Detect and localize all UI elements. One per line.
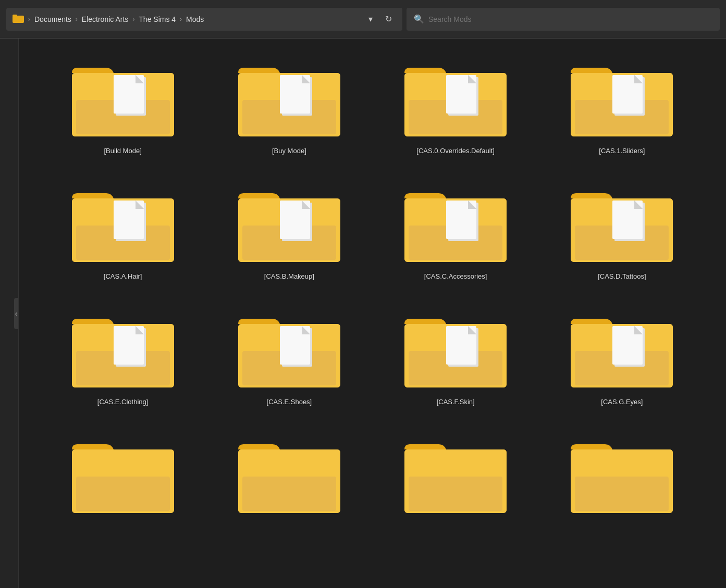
sidebar-collapse-handle[interactable] [14,298,18,329]
folder-label-cas-b-makeup: [CAS.B.Makeup] [264,272,314,280]
folder-icon-build-mode [71,58,175,142]
folder-label-build-mode: [Build Mode] [104,147,141,155]
folder-grid: [Build Mode] [Buy Mode] [45,54,700,528]
header-bar: › Documents › Electronic Arts › The Sims… [0,0,726,39]
folder-label-cas-g-eyes: [CAS.G.Eyes] [601,398,643,406]
folder-label-cas-d-tattoos: [CAS.D.Tattoos] [598,272,646,280]
folder-item-row4-4[interactable] [544,431,700,528]
separator-2: › [76,16,78,23]
folder-icon-cas-0-overrides-default [403,58,508,142]
address-controls: ▾ ↻ [364,12,396,26]
breadcrumb-mods[interactable]: Mods [186,15,204,23]
folder-item-cas-g-eyes[interactable]: [CAS.G.Eyes] [544,305,700,410]
search-input[interactable] [428,15,712,23]
folder-icon-row4-3 [403,435,508,518]
folder-item-buy-mode[interactable]: [Buy Mode] [211,54,367,159]
folder-item-cas-e-shoes[interactable]: [CAS.E.Shoes] [211,305,367,410]
folder-icon-cas-g-eyes [570,309,674,393]
separator-4: › [180,16,182,23]
folder-view: [Build Mode] [Buy Mode] [19,39,726,588]
folder-item-cas-1-sliders[interactable]: [CAS.1.Sliders] [544,54,700,159]
folder-item-cas-a-hair[interactable]: [CAS.A.Hair] [45,180,201,284]
search-bar: 🔍 [407,8,720,31]
folder-item-row4-3[interactable] [378,431,534,528]
folder-icon-cas-d-tattoos [570,184,674,267]
address-bar: › Documents › Electronic Arts › The Sims… [6,8,402,31]
svg-rect-0 [13,16,24,23]
separator-1: › [28,16,30,23]
folder-label-cas-0-overrides-default: [CAS.0.Overrides.Default] [416,147,495,155]
svg-rect-94 [409,477,502,511]
breadcrumb-electronic-arts[interactable]: Electronic Arts [82,15,128,23]
folder-label-cas-a-hair: [CAS.A.Hair] [104,272,142,280]
folder-item-cas-f-skin[interactable]: [CAS.F.Skin] [378,305,534,410]
separator-3: › [132,16,134,23]
folder-label-cas-1-sliders: [CAS.1.Sliders] [599,147,645,155]
breadcrumb-documents[interactable]: Documents [34,15,71,23]
folder-icon-cas-a-hair [71,184,175,267]
folder-item-cas-0-overrides-default[interactable]: [CAS.0.Overrides.Default] [378,54,534,159]
folder-icon [13,14,24,25]
folder-item-row4-2[interactable] [211,431,367,528]
svg-rect-91 [242,477,336,511]
breadcrumb-the-sims-4[interactable]: The Sims 4 [139,15,176,23]
sidebar [0,39,19,588]
folder-icon-cas-e-clothing [71,309,175,393]
folder-icon-cas-1-sliders [570,58,674,142]
folder-icon-row4-1 [71,435,175,518]
refresh-button[interactable]: ↻ [381,12,396,26]
folder-icon-buy-mode [237,58,341,142]
search-icon: 🔍 [414,14,424,24]
folder-icon-row4-4 [570,435,674,518]
folder-label-buy-mode: [Buy Mode] [272,147,306,155]
folder-label-cas-e-shoes: [CAS.E.Shoes] [267,398,312,406]
folder-label-cas-e-clothing: [CAS.E.Clothing] [97,398,149,406]
svg-rect-97 [575,477,669,511]
folder-icon-cas-b-makeup [237,184,341,267]
main-layout: [Build Mode] [Buy Mode] [0,39,726,588]
folder-icon-cas-e-shoes [237,309,341,393]
folder-item-cas-e-clothing[interactable]: [CAS.E.Clothing] [45,305,201,410]
folder-icon-cas-c-accessories [403,184,508,267]
svg-rect-1 [13,15,17,17]
folder-item-cas-c-accessories[interactable]: [CAS.C.Accessories] [378,180,534,284]
folder-label-cas-f-skin: [CAS.F.Skin] [437,398,475,406]
folder-icon-row4-2 [237,435,341,518]
folder-item-build-mode[interactable]: [Build Mode] [45,54,201,159]
svg-rect-88 [76,477,170,511]
folder-item-row4-1[interactable] [45,431,201,528]
folder-item-cas-b-makeup[interactable]: [CAS.B.Makeup] [211,180,367,284]
dropdown-button[interactable]: ▾ [364,12,377,26]
folder-icon-cas-f-skin [403,309,508,393]
folder-item-cas-d-tattoos[interactable]: [CAS.D.Tattoos] [544,180,700,284]
folder-label-cas-c-accessories: [CAS.C.Accessories] [424,272,487,280]
